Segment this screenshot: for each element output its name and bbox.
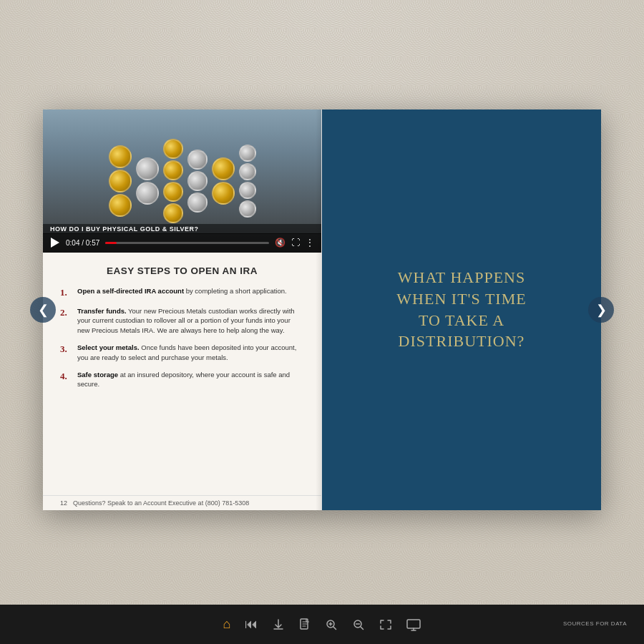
gold-coin	[109, 194, 132, 217]
svg-rect-3	[407, 620, 420, 628]
step-4: 4. Safe storage at an insured depository…	[60, 370, 304, 390]
monitor-button[interactable]	[406, 618, 421, 631]
prev-page-button[interactable]: ❮	[30, 297, 56, 323]
step-text-1: Open a self-directed IRA account by comp…	[77, 286, 287, 296]
step-2: 2. Transfer funds. Your new Precious Met…	[60, 306, 304, 336]
silver-coin	[136, 182, 159, 205]
expand-button[interactable]	[379, 618, 392, 631]
step-text-2: Transfer funds. Your new Precious Metals…	[77, 306, 304, 336]
gold-coin	[109, 145, 132, 168]
left-content: EASY STEPS TO OPEN AN IRA 1. Open a self…	[43, 253, 321, 495]
distribution-title: WHAT HAPPENS WHEN IT'S TIME TO TAKE A DI…	[396, 267, 526, 352]
footer-contact: Questions? Speak to an Account Executive…	[73, 499, 249, 507]
coin-stack-6	[239, 145, 256, 218]
next-page-button[interactable]: ❯	[588, 297, 614, 323]
coin-stack-2	[136, 157, 159, 205]
gold-coin	[163, 160, 183, 180]
sources-label[interactable]: SOURCES FOR DATA	[563, 620, 627, 628]
silver-coin	[187, 171, 208, 191]
left-page: HOW DO I BUY PHYSICAL GOLD & SILVER? 0:0…	[43, 109, 322, 510]
section-title: EASY STEPS TO OPEN AN IRA	[60, 265, 304, 276]
step-number-4: 4.	[60, 370, 72, 383]
page-number: 12	[60, 499, 67, 507]
book-area: ❮	[0, 0, 644, 605]
menu-icon[interactable]: ⋮	[306, 238, 314, 248]
silver-coin	[239, 182, 256, 199]
right-content: WHAT HAPPENS WHEN IT'S TIME TO TAKE A DI…	[375, 253, 547, 366]
coin-stack-1	[109, 145, 132, 217]
bottom-toolbar: ⌂ ⏮	[0, 605, 644, 644]
video-title-bar: HOW DO I BUY PHYSICAL GOLD & SILVER?	[43, 224, 321, 234]
step-number-2: 2.	[60, 306, 72, 319]
book: HOW DO I BUY PHYSICAL GOLD & SILVER? 0:0…	[43, 109, 601, 510]
zoom-in-button[interactable]	[325, 618, 338, 631]
headline-line-2: WHEN IT'S TIME	[396, 288, 526, 310]
coin-stack-3	[163, 139, 183, 223]
headline-line-1: WHAT HAPPENS	[396, 267, 526, 288]
silver-coin	[239, 145, 256, 162]
silver-coin	[239, 163, 256, 180]
step-3: 3. Select your metals. Once funds have b…	[60, 343, 304, 363]
silver-coin	[239, 200, 256, 218]
gold-coin	[212, 157, 235, 180]
coin-stack-5	[212, 157, 235, 205]
gold-coin	[212, 182, 235, 205]
home-button[interactable]: ⌂	[223, 617, 231, 632]
right-page: WHAT HAPPENS WHEN IT'S TIME TO TAKE A DI…	[322, 109, 601, 510]
silver-coin	[187, 192, 208, 213]
video-time: 0:04 / 0:57	[66, 239, 99, 247]
volume-icon[interactable]: 🔇	[275, 238, 286, 248]
download-button[interactable]	[272, 618, 285, 631]
main-container: ❮	[0, 0, 644, 644]
zoom-out-button[interactable]	[352, 618, 365, 631]
silver-coin	[136, 157, 159, 180]
page-footer: 12 Questions? Speak to an Account Execut…	[43, 495, 321, 510]
gold-coin	[163, 182, 183, 202]
fullscreen-icon[interactable]: ⛶	[291, 238, 300, 248]
progress-fill	[105, 242, 117, 244]
gold-coin	[163, 203, 183, 223]
step-number-1: 1.	[60, 286, 72, 299]
coin-stack-4	[187, 150, 208, 213]
step-1: 1. Open a self-directed IRA account by c…	[60, 286, 304, 299]
book-wrapper: ❮	[43, 109, 601, 510]
skip-back-button[interactable]: ⏮	[245, 617, 258, 632]
play-button[interactable]	[50, 238, 60, 248]
document-button[interactable]	[299, 618, 311, 631]
video-thumbnail[interactable]: HOW DO I BUY PHYSICAL GOLD & SILVER? 0:0…	[43, 109, 321, 253]
silver-coin	[187, 150, 208, 170]
gold-coin	[163, 139, 183, 159]
step-text-4: Safe storage at an insured depository, w…	[77, 370, 304, 390]
progress-bar[interactable]	[105, 242, 269, 244]
video-controls[interactable]: 0:04 / 0:57 🔇 ⛶ ⋮	[43, 233, 321, 253]
step-number-3: 3.	[60, 343, 72, 356]
step-text-3: Select your metals. Once funds have been…	[77, 343, 304, 363]
steps-list: 1. Open a self-directed IRA account by c…	[60, 286, 304, 390]
gold-coin	[109, 170, 132, 192]
headline-line-4: DISTRIBUTION?	[396, 331, 526, 352]
headline-line-3: TO TAKE A	[396, 310, 526, 331]
